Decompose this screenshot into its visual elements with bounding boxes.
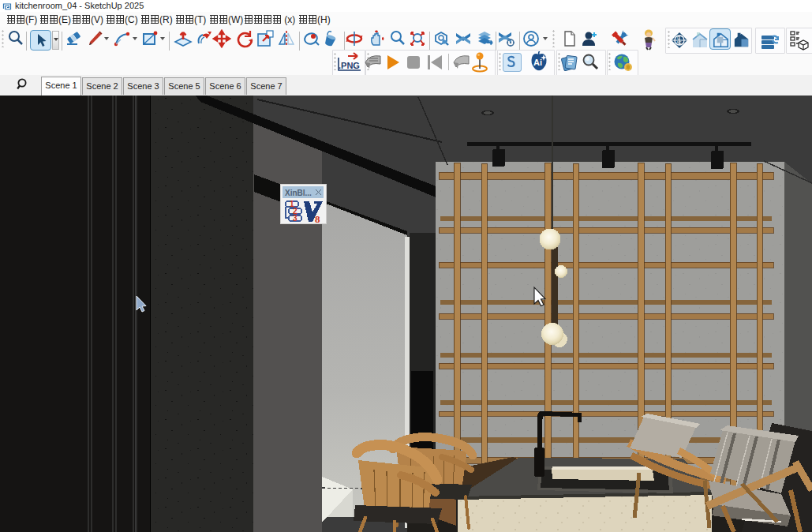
svg-text:Ai: Ai	[533, 58, 542, 67]
svg-text:AE: AE	[676, 40, 682, 45]
svg-text:3: 3	[293, 214, 297, 223]
svg-text:C: C	[677, 36, 680, 40]
svg-text:.PNG: .PNG	[339, 61, 360, 70]
svg-text:8: 8	[315, 213, 320, 225]
svg-text:XinBl...: XinBl...	[285, 189, 312, 197]
